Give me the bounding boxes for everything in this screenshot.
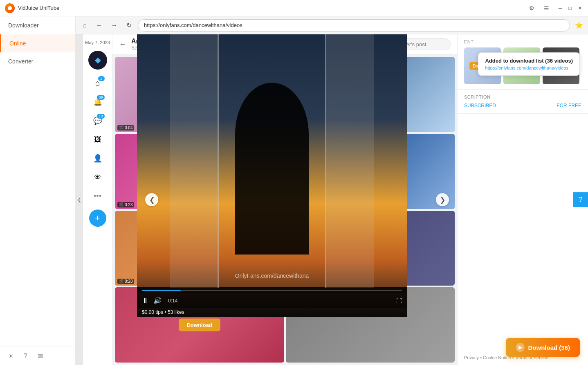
collapse-handle[interactable]: ❮ — [76, 34, 83, 365]
sidebar: Downloader Online Converter ☀ ? ✉ — [0, 16, 76, 365]
of-nav-more[interactable]: ••• — [89, 187, 106, 205]
settings-icon[interactable]: ⚙ — [527, 4, 536, 12]
vc-progress[interactable] — [142, 290, 402, 291]
rp-footer-dot1: • — [480, 355, 483, 360]
tooltip-title: Added to download list (36 videos) — [485, 58, 573, 64]
sidebar-item-online[interactable]: Online — [0, 34, 75, 52]
of-nav-collections[interactable]: 🖼 — [89, 131, 106, 148]
sidebar-item-converter[interactable]: Converter — [0, 52, 75, 70]
menu-icon[interactable]: ☰ — [542, 4, 550, 12]
of-date-badge: May 7, 2023 — [83, 38, 112, 47]
video-silhouette — [235, 83, 309, 255]
sidebar-bottom: ☀ ? ✉ — [0, 347, 75, 365]
msg-badge: 10 — [97, 114, 104, 119]
of-plus-button[interactable]: + — [89, 210, 106, 227]
title-bar: VidJuice UniTube ⚙ ☰ ─ □ ✕ — [0, 0, 588, 16]
duration-1: 🎬 0:04 — [117, 125, 134, 131]
of-right-panel: ENT Download Download Download — [457, 34, 588, 365]
vc-volume-btn[interactable]: 🔊 — [153, 297, 162, 304]
cam-icon-5: 🎬 — [119, 279, 123, 284]
nav-arrow-right[interactable]: ❯ — [436, 193, 449, 206]
download-btn-label: Download (36) — [528, 344, 570, 351]
duration-3: 🎬 0:23 — [117, 202, 134, 207]
nav-arrow-left[interactable]: ❮ — [145, 193, 158, 206]
main-download-button[interactable]: ▶ Download (36) — [506, 338, 580, 357]
rp-free-label: FOR FREE — [557, 103, 581, 108]
close-button[interactable]: ✕ — [577, 5, 583, 11]
refresh-nav-btn[interactable]: ↻ — [123, 20, 135, 31]
big-video-overlay: OnlyFans.com/dancewithana ⏸ 🔊 -0:14 ⛶ $0… — [137, 34, 407, 317]
rp-content-title: ENT — [464, 39, 581, 44]
duration-5: 🎬 0:28 — [117, 279, 134, 284]
browser-toolbar: ⌂ ← → ↻ ⭐ — [76, 16, 588, 34]
address-bar[interactable] — [138, 19, 570, 32]
of-nav-messages[interactable]: 💬 10 — [89, 112, 106, 129]
big-video-inner: OnlyFans.com/dancewithana — [137, 34, 407, 287]
app-title: VidJuice UniTube — [18, 5, 59, 11]
tooltip-url: https://onlyfans.com/dancewithana/videos — [485, 65, 573, 70]
rp-subscribed-label: SUBSCRIBED — [464, 103, 496, 108]
vc-pause-btn[interactable]: ⏸ — [142, 297, 148, 304]
of-avatar: ◈ — [88, 51, 107, 70]
downloader-label: Downloader — [8, 22, 39, 29]
sidebar-item-downloader[interactable]: Downloader — [0, 16, 75, 34]
rp-subscription-section: SCRIPTION SUBSCRIBED FOR FREE — [458, 90, 588, 114]
of-nav-home[interactable]: ⌂ 1 — [89, 74, 106, 92]
online-label: Online — [9, 40, 26, 47]
of-back-button[interactable]: ← — [119, 40, 126, 49]
vc-progress-fill — [142, 290, 181, 291]
maximize-button[interactable]: □ — [567, 5, 573, 11]
home-nav-btn[interactable]: ⌂ — [79, 20, 90, 31]
tooltip-popup: Added to download list (36 videos) https… — [478, 52, 580, 76]
video-tips: $0.00 tips • 53 likes — [137, 308, 407, 317]
browser-content: ❮ May 7, 2023 ◈ ⌂ 1 🔔 39 💬 — [76, 34, 588, 365]
home-badge: 1 — [98, 76, 105, 81]
back-nav-btn[interactable]: ← — [94, 20, 105, 31]
app-logo-inner — [8, 6, 12, 10]
title-bar-right: ⚙ ☰ ─ □ ✕ — [527, 4, 583, 12]
app-logo — [5, 3, 15, 13]
of-nav-view[interactable]: 👁 — [89, 169, 106, 186]
video-watermark: OnlyFans.com/dancewithana — [235, 273, 309, 279]
video-controls: ⏸ 🔊 -0:14 ⛶ — [137, 293, 407, 308]
title-bar-left: VidJuice UniTube — [5, 3, 59, 13]
help-bottom-icon[interactable]: ? — [21, 352, 29, 360]
sidebar-nav: Downloader Online Converter — [0, 16, 75, 347]
help-button[interactable]: ? — [573, 192, 588, 207]
of-left-sidebar: May 7, 2023 ◈ ⌂ 1 🔔 39 💬 10 — [83, 34, 112, 365]
rp-sub-title: SCRIPTION — [464, 95, 581, 99]
forward-nav-btn[interactable]: → — [108, 20, 120, 31]
minimize-button[interactable]: ─ — [557, 5, 563, 11]
of-nav-profile[interactable]: 👤 — [89, 150, 106, 167]
vc-time: -0:14 — [166, 298, 177, 304]
browser-area: ⌂ ← → ↻ ⭐ ❮ May 7, 2023 ◈ ⌂ 1 — [76, 16, 588, 365]
help-icon: ? — [579, 196, 583, 203]
notif-badge: 39 — [97, 95, 104, 100]
window-controls: ─ □ ✕ — [557, 5, 583, 11]
vc-fullscreen-btn[interactable]: ⛶ — [396, 297, 402, 304]
main-layout: Downloader Online Converter ☀ ? ✉ ⌂ ← → … — [0, 16, 588, 365]
door-frame-right — [325, 34, 374, 288]
of-nav-notifications[interactable]: 🔔 39 — [89, 93, 106, 110]
download-btn-icon: ▶ — [516, 343, 525, 352]
rp-privacy-link[interactable]: Privacy — [464, 355, 479, 360]
video-progress-bar — [137, 287, 407, 293]
door-frame-left — [170, 34, 219, 288]
browser-star-icon[interactable]: ⭐ — [573, 20, 585, 31]
cam-icon-3: 🎬 — [119, 203, 123, 207]
rp-sub-row: SUBSCRIBED FOR FREE — [464, 103, 581, 108]
theme-icon[interactable]: ☀ — [7, 352, 15, 360]
download-btn-7[interactable]: Download — [179, 319, 220, 331]
cam-icon-1: 🎬 — [119, 126, 123, 130]
feedback-icon[interactable]: ✉ — [36, 352, 44, 360]
converter-label: Converter — [8, 58, 33, 65]
